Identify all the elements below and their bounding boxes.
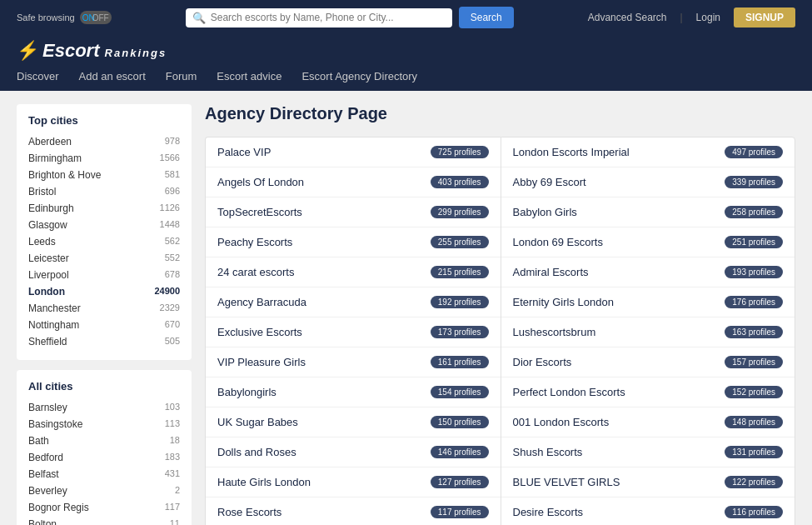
agency-row[interactable]: BLUE VELVET GIRLS122 profiles bbox=[501, 468, 795, 498]
agency-name[interactable]: Desire Escorts bbox=[513, 506, 584, 518]
agency-name[interactable]: London Escorts Imperial bbox=[513, 146, 630, 158]
agency-row[interactable]: Peachy Escorts255 profiles bbox=[206, 228, 501, 258]
search-area: 🔍 Search bbox=[186, 7, 514, 28]
sidebar-item-liverpool[interactable]: Liverpool678 bbox=[28, 267, 180, 283]
all-cities-section: All cities Barnsley103Basingstoke113Bath… bbox=[17, 370, 192, 525]
agency-name[interactable]: Exclusive Escorts bbox=[217, 326, 302, 338]
agency-row[interactable]: Babylon Girls258 profiles bbox=[501, 198, 795, 228]
agency-name[interactable]: Agency Barracuda bbox=[217, 296, 306, 308]
signup-button[interactable]: SIGNUP bbox=[734, 8, 795, 28]
sidebar-item-edinburgh[interactable]: Edinburgh1126 bbox=[28, 200, 180, 217]
agency-row[interactable]: UK Sugar Babes150 profiles bbox=[206, 408, 501, 438]
logo-text: Escort Rankings bbox=[42, 40, 167, 62]
agency-row[interactable]: Rose Escorts117 profiles bbox=[206, 498, 501, 525]
agency-row[interactable]: Abby 69 Escort339 profiles bbox=[501, 168, 795, 198]
sidebar-item-basingstoke[interactable]: Basingstoke113 bbox=[28, 416, 180, 432]
agency-name[interactable]: Peachy Escorts bbox=[217, 236, 292, 248]
agency-row[interactable]: VIP Pleasure Girls161 profiles bbox=[206, 348, 501, 378]
sidebar-item-bath[interactable]: Bath18 bbox=[28, 432, 180, 449]
logo-icon: ⚡ bbox=[17, 40, 39, 62]
agency-row[interactable]: 24 carat escorts215 profiles bbox=[206, 258, 501, 288]
city-name: Birmingham bbox=[28, 152, 82, 164]
agency-name[interactable]: UK Sugar Babes bbox=[217, 416, 298, 428]
sidebar-item-bognor-regis[interactable]: Bognor Regis117 bbox=[28, 499, 180, 516]
agency-row[interactable]: Desire Escorts116 profiles bbox=[501, 498, 795, 525]
sidebar-item-nottingham[interactable]: Nottingham670 bbox=[28, 317, 180, 333]
agency-row[interactable]: Palace VIP725 profiles bbox=[206, 138, 501, 168]
safe-browsing-label: Safe browsing bbox=[17, 12, 75, 22]
sidebar-item-glasgow[interactable]: Glasgow1448 bbox=[28, 217, 180, 233]
search-box: 🔍 bbox=[186, 8, 452, 28]
agency-name[interactable]: Eternity Girls London bbox=[513, 296, 614, 308]
agency-row[interactable]: TopSecretEscorts299 profiles bbox=[206, 198, 501, 228]
agency-row[interactable]: Angels Of London403 profiles bbox=[206, 168, 501, 198]
agency-row[interactable]: Eternity Girls London176 profiles bbox=[501, 288, 795, 318]
agency-name[interactable]: Dior Escorts bbox=[513, 356, 572, 368]
nav-discover[interactable]: Discover bbox=[17, 70, 59, 91]
agency-name[interactable]: Babylon Girls bbox=[513, 206, 577, 218]
sidebar-item-bristol[interactable]: Bristol696 bbox=[28, 183, 180, 200]
agency-name[interactable]: 24 carat escorts bbox=[217, 266, 295, 278]
agency-row[interactable]: Shush Escorts131 profiles bbox=[501, 438, 795, 468]
sidebar-item-manchester[interactable]: Manchester2329 bbox=[28, 300, 180, 317]
agency-name[interactable]: Abby 69 Escort bbox=[513, 176, 586, 188]
advanced-search-link[interactable]: Advanced Search bbox=[588, 12, 667, 23]
agency-row[interactable]: Perfect London Escorts152 profiles bbox=[501, 378, 795, 408]
agency-name[interactable]: Rose Escorts bbox=[217, 506, 281, 518]
agency-name[interactable]: BLUE VELVET GIRLS bbox=[513, 476, 620, 488]
agency-name[interactable]: VIP Pleasure Girls bbox=[217, 356, 306, 368]
sidebar-item-leeds[interactable]: Leeds562 bbox=[28, 233, 180, 250]
city-count: 103 bbox=[165, 402, 180, 413]
agency-row[interactable]: Dolls and Roses146 profiles bbox=[206, 438, 501, 468]
agency-row[interactable]: Babylongirls154 profiles bbox=[206, 378, 501, 408]
agency-row[interactable]: London 69 Escorts251 profiles bbox=[501, 228, 795, 258]
nav-add-escort[interactable]: Add an escort bbox=[79, 70, 146, 91]
agency-row[interactable]: Haute Girls London127 profiles bbox=[206, 468, 501, 498]
agency-name[interactable]: Angels Of London bbox=[217, 176, 304, 188]
sidebar-item-bolton[interactable]: Bolton11 bbox=[28, 516, 180, 525]
sidebar-item-aberdeen[interactable]: Aberdeen978 bbox=[28, 133, 180, 150]
agency-name[interactable]: Haute Girls London bbox=[217, 476, 311, 488]
agency-name[interactable]: Palace VIP bbox=[217, 146, 271, 158]
search-button[interactable]: Search bbox=[459, 7, 514, 28]
safe-browsing: Safe browsing ON OFF bbox=[17, 11, 112, 24]
agency-row[interactable]: 001 London Escorts148 profiles bbox=[501, 408, 795, 438]
agency-name[interactable]: Babylongirls bbox=[217, 386, 276, 398]
agency-name[interactable]: Lushescortsbrum bbox=[513, 326, 596, 338]
sidebar-item-leicester[interactable]: Leicester552 bbox=[28, 250, 180, 267]
safe-browsing-toggle[interactable]: ON OFF bbox=[80, 11, 112, 24]
top-cities-section: Top cities Aberdeen978Birmingham1566Brig… bbox=[17, 104, 192, 360]
sidebar-item-barnsley[interactable]: Barnsley103 bbox=[28, 399, 180, 416]
city-name: Nottingham bbox=[28, 319, 79, 331]
agency-row[interactable]: Lushescortsbrum163 profiles bbox=[501, 318, 795, 348]
agency-name[interactable]: TopSecretEscorts bbox=[217, 206, 302, 218]
search-input[interactable] bbox=[211, 12, 446, 23]
agency-name[interactable]: Admiral Escorts bbox=[513, 266, 589, 278]
header-top: Safe browsing ON OFF 🔍 Search Advanced S… bbox=[0, 0, 812, 35]
agency-row[interactable]: Exclusive Escorts173 profiles bbox=[206, 318, 501, 348]
agency-name[interactable]: 001 London Escorts bbox=[513, 416, 610, 428]
sidebar-item-brighton-&-hove[interactable]: Brighton & Hove581 bbox=[28, 167, 180, 183]
login-link[interactable]: Login bbox=[696, 12, 720, 23]
nav-escort-advice[interactable]: Escort advice bbox=[217, 70, 281, 91]
city-name: Barnsley bbox=[28, 402, 67, 413]
sidebar-item-london[interactable]: London24900 bbox=[28, 283, 180, 300]
sidebar-item-beverley[interactable]: Beverley2 bbox=[28, 482, 180, 499]
nav-agency-directory[interactable]: Escort Agency Directory bbox=[301, 70, 417, 91]
agency-name[interactable]: Shush Escorts bbox=[513, 446, 583, 458]
city-name: Bath bbox=[28, 435, 49, 447]
sidebar-item-belfast[interactable]: Belfast431 bbox=[28, 466, 180, 482]
sidebar-item-bedford[interactable]: Bedford183 bbox=[28, 449, 180, 466]
city-count: 562 bbox=[165, 236, 180, 248]
agency-name[interactable]: Dolls and Roses bbox=[217, 446, 296, 458]
agency-badge: 127 profiles bbox=[431, 476, 489, 488]
nav-forum[interactable]: Forum bbox=[166, 70, 197, 91]
agency-row[interactable]: Dior Escorts157 profiles bbox=[501, 348, 795, 378]
agency-row[interactable]: Admiral Escorts193 profiles bbox=[501, 258, 795, 288]
agency-name[interactable]: London 69 Escorts bbox=[513, 236, 603, 248]
sidebar-item-sheffield[interactable]: Sheffield505 bbox=[28, 333, 180, 350]
agency-row[interactable]: London Escorts Imperial497 profiles bbox=[501, 138, 795, 168]
agency-name[interactable]: Perfect London Escorts bbox=[513, 386, 625, 398]
agency-row[interactable]: Agency Barracuda192 profiles bbox=[206, 288, 501, 318]
sidebar-item-birmingham[interactable]: Birmingham1566 bbox=[28, 150, 180, 167]
